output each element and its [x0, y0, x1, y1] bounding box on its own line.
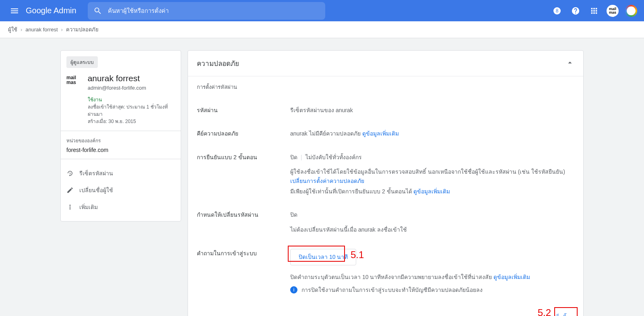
hamburger-menu-icon[interactable] — [5, 1, 24, 21]
apps-grid-icon[interactable] — [586, 3, 602, 19]
user-status: ใช้งาน — [88, 96, 175, 103]
login-challenge-value: ปิดเป็นเวลา 10 นาที 5.1 ปิดคำถามระบุตัวต… — [290, 249, 574, 294]
chevron-right-icon: › — [21, 27, 22, 33]
help-icon[interactable] — [568, 3, 584, 19]
org-unit-label: หน่วยขององค์กร — [66, 137, 175, 144]
two-step-label: การยืนยันแบบ 2 ขั้นตอน — [197, 153, 290, 196]
search-icon — [93, 6, 102, 15]
password-label: รหัสผ่าน — [197, 106, 290, 115]
search-input[interactable] — [108, 7, 320, 14]
user-created: สร้างเมื่อ: 30 พ.ย. 2015 — [88, 118, 175, 125]
force-password-label: กำหนดให้เปลี่ยนรหัสผ่าน — [197, 210, 290, 234]
done-button[interactable]: เสร็จสิ้น — [547, 310, 574, 316]
security-key-label: คีย์ความปลอดภัย — [197, 129, 290, 138]
password-settings-label: การตั้งค่ารหัสผ่าน — [197, 83, 574, 91]
notification-badge[interactable]: 8 — [549, 3, 565, 19]
security-key-learn-more-link[interactable]: ดูข้อมูลเพิ่มเติม — [362, 130, 399, 137]
more-actions[interactable]: เพิ่มเติม — [66, 199, 175, 215]
user-sidebar-card: ผู้ดูแลระบบ mail mas anurak forrest admi… — [60, 50, 181, 222]
force-password-value: ปิด ไม่ต้องเปลี่ยนรหัสผ่านนี้เมื่อ anura… — [290, 210, 574, 234]
user-display-name: anurak forrest — [88, 74, 175, 83]
user-last-login: ลงชื่อเข้าใช้ล่าสุด: ประมาณ 1 ชั่วโมงที่… — [88, 103, 175, 118]
challenge-learn-more-link[interactable]: ดูข้อมูลเพิ่มเติม — [493, 274, 530, 280]
breadcrumb-user-name[interactable]: anurak forrest — [25, 27, 58, 33]
security-key-value: anurak ไม่มีคีย์ความปลอดภัย ดูข้อมูลเพิ่… — [290, 129, 574, 138]
breadcrumb-users[interactable]: ผู้ใช้ — [8, 25, 17, 34]
card-title: ความปลอดภัย — [197, 58, 239, 69]
user-org-logo: mail mas — [66, 74, 82, 86]
admin-role-chip: ผู้ดูแลระบบ — [66, 56, 98, 68]
breadcrumb: ผู้ใช้ › anurak forrest › ความปลอดภัย — [0, 21, 644, 38]
collapse-icon[interactable] — [566, 58, 574, 68]
app-header: Google Admin 8 mail mas — [0, 0, 644, 21]
disable-10min-button[interactable]: ปิดเป็นเวลา 10 นาที — [290, 249, 356, 265]
lock-reset-icon — [66, 170, 74, 177]
change-security-settings-link[interactable]: เปลี่ยนการตั้งค่าความปลอดภัย — [290, 178, 364, 184]
chevron-right-icon: › — [61, 27, 63, 33]
org-unit-value: forest-forlife.com — [66, 147, 175, 153]
user-email: admin@forest-forlife.com — [88, 85, 175, 91]
breadcrumb-current: ความปลอดภัย — [66, 25, 99, 34]
security-card: ความปลอดภัย การตั้งค่ารหัสผ่าน รหัสผ่าน … — [188, 50, 584, 316]
more-vert-icon — [66, 203, 74, 211]
pencil-icon — [66, 187, 74, 194]
two-step-learn-more-link[interactable]: ดูข้อมูลเพิ่มเติม — [413, 188, 450, 195]
login-challenge-label: คำถามในการเข้าสู่ระบบ — [197, 249, 290, 294]
two-step-value: ปิด|ไม่บังคับใช้ทั่วทั้งองค์กร ผู้ใช้ลงช… — [290, 153, 574, 196]
header-actions: 8 mail mas — [549, 3, 639, 19]
password-value: รีเซ็ตรหัสผ่านของ anurak — [290, 106, 574, 115]
reset-password-action[interactable]: รีเซ็ตรหัสผ่าน — [66, 165, 175, 182]
account-avatar[interactable] — [623, 3, 639, 19]
rename-user-action[interactable]: เปลี่ยนชื่อผู้ใช้ — [66, 182, 175, 199]
info-icon: i — [290, 286, 297, 293]
org-logo[interactable]: mail mas — [605, 3, 621, 19]
search-box[interactable] — [88, 2, 325, 20]
app-logo[interactable]: Google Admin — [26, 6, 76, 15]
